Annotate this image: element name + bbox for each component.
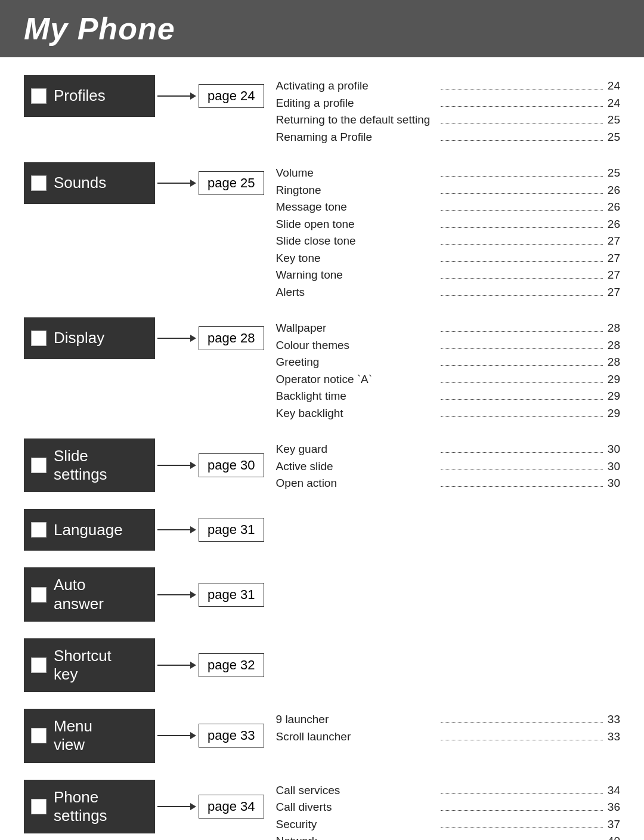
label-text-display: Display xyxy=(54,329,104,347)
left-side-slide-settings: Slidesettingspage 30 xyxy=(24,438,264,492)
label-text-profiles: Profiles xyxy=(54,87,106,105)
list-item-dots xyxy=(441,295,603,296)
list-item-page: 27 xyxy=(605,250,620,267)
list-item-dots xyxy=(441,416,603,417)
label-text-sounds: Sounds xyxy=(54,174,106,192)
list-item-label: Security xyxy=(276,816,438,833)
page-ref-sounds: page 25 xyxy=(199,171,264,195)
arrow-slide-settings xyxy=(157,462,196,469)
list-item: Editing a profile24 xyxy=(276,95,620,112)
list-item-label: Ringtone xyxy=(276,182,438,199)
list-item: Backlight time29 xyxy=(276,388,620,405)
left-side-phone-settings: Phonesettingspage 34 xyxy=(24,780,264,833)
page-header: My Phone xyxy=(0,0,644,57)
list-item-dots xyxy=(441,106,603,107)
menu-row-phone-settings: Phonesettingspage 34Call services34Call … xyxy=(24,780,620,841)
page-ref-profiles: page 24 xyxy=(199,84,264,108)
label-text-phone-settings: Phonesettings xyxy=(54,788,107,825)
list-item-dots xyxy=(441,348,603,349)
label-box-shortcut-key: Shortcutkey xyxy=(24,638,155,692)
left-side-shortcut-key: Shortcutkeypage 32 xyxy=(24,638,264,692)
label-box-slide-settings: Slidesettings xyxy=(24,438,155,492)
list-item-page: 24 xyxy=(605,95,620,112)
content-list-phone-settings: Call services34Call diverts36Security37N… xyxy=(276,782,620,841)
right-side-profiles: Activating a profile24Editing a profile2… xyxy=(264,75,620,146)
list-item-dots xyxy=(441,722,603,723)
list-item-label: Scroll launcher xyxy=(276,728,438,746)
arrow-profiles xyxy=(157,92,196,100)
list-item-label: Open action xyxy=(276,475,438,492)
list-item-dots xyxy=(441,399,603,400)
page-ref-slide-settings: page 30 xyxy=(199,453,264,477)
arrow-menu-view xyxy=(157,732,196,739)
menu-icon-menu-view xyxy=(31,728,47,743)
content-list-profiles: Activating a profile24Editing a profile2… xyxy=(276,78,620,146)
list-item: Returning to the default setting25 xyxy=(276,112,620,129)
left-side-sounds: Soundspage 25 xyxy=(24,162,264,204)
right-side-sounds: Volume25Ringtone26Message tone26Slide op… xyxy=(264,162,620,301)
list-item-page: 25 xyxy=(605,112,620,129)
list-item: Security37 xyxy=(276,816,620,833)
list-item-label: Operator notice `A` xyxy=(276,371,438,388)
arrow-sounds xyxy=(157,180,196,187)
list-item: Slide open tone26 xyxy=(276,216,620,233)
page-ref-phone-settings: page 34 xyxy=(199,795,264,819)
list-item-page: 28 xyxy=(605,320,620,337)
list-item-dots xyxy=(441,486,603,487)
list-item-label: Editing a profile xyxy=(276,95,438,112)
page-ref-display: page 28 xyxy=(199,326,264,350)
list-item-label: Warning tone xyxy=(276,267,438,284)
list-item-page: 40 xyxy=(605,833,620,840)
menu-icon-sounds xyxy=(31,175,47,191)
list-item-label: Key guard xyxy=(276,441,438,458)
list-item-dots xyxy=(441,331,603,332)
content-list-slide-settings: Key guard30Active slide30Open action30 xyxy=(276,441,620,492)
menu-row-slide-settings: Slidesettingspage 30Key guard30Active sl… xyxy=(24,438,620,492)
list-item: Key tone27 xyxy=(276,250,620,267)
list-item-label: 9 launcher xyxy=(276,711,438,728)
list-item-page: 25 xyxy=(605,129,620,146)
list-item-label: Call diverts xyxy=(276,799,438,816)
list-item: Renaming a Profile25 xyxy=(276,129,620,146)
list-item-page: 29 xyxy=(605,405,620,422)
list-item-label: Greeting xyxy=(276,354,438,371)
list-item: Active slide30 xyxy=(276,458,620,475)
list-item-label: Renaming a Profile xyxy=(276,129,438,146)
list-item-page: 28 xyxy=(605,354,620,371)
list-item: Ringtone26 xyxy=(276,182,620,199)
list-item-dots xyxy=(441,227,603,228)
content-list-sounds: Volume25Ringtone26Message tone26Slide op… xyxy=(276,165,620,301)
list-item-page: 26 xyxy=(605,199,620,216)
label-box-sounds: Sounds xyxy=(24,162,155,204)
list-item-dots xyxy=(441,278,603,279)
list-item-label: Slide close tone xyxy=(276,233,438,250)
page-ref-auto-answer: page 31 xyxy=(199,583,264,607)
list-item-dots xyxy=(441,810,603,811)
list-item-page: 33 xyxy=(605,711,620,728)
list-item-dots xyxy=(441,244,603,245)
list-item-page: 28 xyxy=(605,337,620,354)
list-item-page: 36 xyxy=(605,799,620,816)
list-item: Call services34 xyxy=(276,782,620,799)
list-item-dots xyxy=(441,365,603,366)
list-item-label: Backlight time xyxy=(276,388,438,405)
main-content: Profilespage 24Activating a profile24Edi… xyxy=(0,75,644,840)
menu-row-sounds: Soundspage 25Volume25Ringtone26Message t… xyxy=(24,162,620,301)
list-item-dots xyxy=(441,89,603,89)
label-box-profiles: Profiles xyxy=(24,75,155,117)
list-item: Key guard30 xyxy=(276,441,620,458)
menu-row-display: Displaypage 28Wallpaper28Colour themes28… xyxy=(24,317,620,422)
list-item: Slide close tone27 xyxy=(276,233,620,250)
label-text-language: Language xyxy=(54,521,123,539)
menu-row-auto-answer: Autoanswerpage 31 xyxy=(24,567,620,621)
left-side-profiles: Profilespage 24 xyxy=(24,75,264,117)
page-title: My Phone xyxy=(24,11,175,46)
list-item-label: Volume xyxy=(276,165,438,182)
arrow-phone-settings xyxy=(157,803,196,810)
list-item: Wallpaper28 xyxy=(276,320,620,337)
list-item-dots xyxy=(441,140,603,141)
menu-icon-language xyxy=(31,522,47,538)
right-side-phone-settings: Call services34Call diverts36Security37N… xyxy=(264,780,620,841)
list-item-dots xyxy=(441,470,603,470)
list-item: Alerts27 xyxy=(276,284,620,301)
